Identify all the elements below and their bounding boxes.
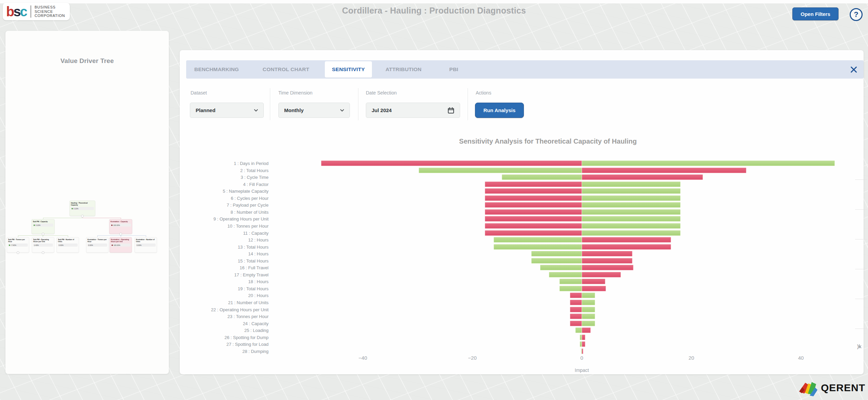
tree-node-leaf[interactable]: Kontraktor - Number of Units 0.00% xyxy=(135,237,157,253)
bar-negative[interactable] xyxy=(570,314,582,319)
tab-benchmarking[interactable]: BENCHMARKING xyxy=(194,66,239,72)
bar-negative[interactable] xyxy=(485,223,582,229)
bar-positive[interactable] xyxy=(582,265,633,270)
bar-positive[interactable] xyxy=(582,335,585,340)
bar-positive[interactable] xyxy=(582,272,621,277)
tab-pbi[interactable]: PBI xyxy=(449,66,458,72)
dataset-label: Dataset xyxy=(191,90,207,96)
dataset-select[interactable]: Planned xyxy=(190,103,264,118)
bar-positive[interactable] xyxy=(582,314,595,319)
bar-negative[interactable] xyxy=(570,307,582,312)
y-axis-label: 22 : Operating Hours per Unit xyxy=(180,307,269,313)
tree-node-leaf[interactable]: Sub PM - Tonnes per Hour -7.43% xyxy=(7,237,29,253)
page-title: Cordillera - Hauling : Production Diagno… xyxy=(0,6,868,16)
run-analysis-button[interactable]: Run Analysis xyxy=(475,103,524,118)
node-status-dot xyxy=(112,245,113,246)
bar-positive[interactable] xyxy=(582,300,595,305)
bar-negative[interactable] xyxy=(531,258,582,264)
bar-positive[interactable] xyxy=(582,174,703,180)
bar-negative[interactable] xyxy=(559,286,582,291)
bar-positive[interactable] xyxy=(582,188,680,194)
node-value-pill: 100.00% xyxy=(111,244,131,247)
bar-negative[interactable] xyxy=(540,265,582,270)
calendar-icon[interactable] xyxy=(448,107,454,114)
tree-node-child[interactable]: Kontraktor : Capacity 100.00% xyxy=(109,219,132,234)
bar-positive[interactable] xyxy=(582,209,680,215)
y-axis-label: 14 : Hours xyxy=(180,251,269,257)
bar-negative[interactable] xyxy=(485,195,582,201)
bar-positive[interactable] xyxy=(582,251,632,256)
y-axis-label: 10 : Tonnes per Hour xyxy=(180,224,269,229)
bar-negative[interactable] xyxy=(559,279,582,284)
tree-operator-badge xyxy=(42,233,44,235)
bar-negative[interactable] xyxy=(570,321,582,326)
y-axis-label: 18 : Hours xyxy=(180,279,269,285)
tabs: BENCHMARKINGCONTROL CHARTSENSITIVITYATTR… xyxy=(194,61,458,78)
bar-negative[interactable] xyxy=(494,244,582,250)
bar-negative[interactable] xyxy=(549,272,582,277)
close-icon[interactable] xyxy=(850,66,857,73)
bar-negative[interactable] xyxy=(575,328,582,333)
bar-negative[interactable] xyxy=(485,202,582,208)
bar-positive[interactable] xyxy=(582,182,680,187)
bar-negative[interactable] xyxy=(321,161,582,166)
bar-negative[interactable] xyxy=(570,300,582,305)
tree-operator-badge xyxy=(81,215,84,217)
tree-connector xyxy=(43,218,82,218)
bar-negative[interactable] xyxy=(485,209,582,215)
bar-positive[interactable] xyxy=(582,237,671,243)
value-driver-tree-diagram[interactable]: Hauling : Theoretical Capacity 0.10%Sub … xyxy=(5,31,169,374)
bar-negative[interactable] xyxy=(485,188,582,194)
node-value-pill: 0.00% xyxy=(58,244,78,247)
date-selection-input[interactable]: Jul 2024 xyxy=(366,103,460,118)
bar-positive[interactable] xyxy=(582,279,605,284)
bar-positive[interactable] xyxy=(582,286,606,291)
bar-positive[interactable] xyxy=(582,258,632,264)
x-axis-tick: 20 xyxy=(689,355,694,361)
tab-sensitivity[interactable]: SENSITIVITY xyxy=(325,61,372,78)
tab-control-chart[interactable]: CONTROL CHART xyxy=(263,66,310,72)
tree-node-child[interactable]: Sub PM : Capacity 0.10% xyxy=(32,219,55,234)
open-filters-button[interactable]: Open Filters xyxy=(792,7,839,20)
bar-negative[interactable] xyxy=(419,168,582,173)
bar-positive[interactable] xyxy=(582,244,671,250)
tab-attribution[interactable]: ATTRIBUTION xyxy=(386,66,421,72)
bar-negative[interactable] xyxy=(485,230,582,236)
chart-title: Sensitivity Analysis for Theoretical Cap… xyxy=(277,138,819,145)
bar-negative[interactable] xyxy=(531,251,582,256)
right-axis-artifact-label: )k xyxy=(857,343,862,349)
tree-node-leaf[interactable]: Kontraktor - Tonnes per Hour 0.00% xyxy=(86,237,108,253)
y-axis-label: 5 : Nameplate Capacity xyxy=(180,189,269,194)
bar-positive[interactable] xyxy=(582,293,595,298)
bar-positive[interactable] xyxy=(582,161,835,166)
bar-positive[interactable] xyxy=(582,202,680,208)
bar-positive[interactable] xyxy=(582,223,680,229)
time-dimension-select[interactable]: Monthly xyxy=(278,103,350,118)
tree-node-leaf[interactable]: Sub PM - Operating Hours per Unit 1.43% xyxy=(32,237,54,253)
filter-divider xyxy=(270,88,270,120)
bar-negative[interactable] xyxy=(485,216,582,222)
bar-positive[interactable] xyxy=(582,230,680,236)
date-selection-label: Date Selection xyxy=(366,90,397,96)
bar-positive[interactable] xyxy=(582,195,680,201)
bar-positive[interactable] xyxy=(582,328,591,333)
help-icon[interactable]: ? xyxy=(850,8,863,21)
bar-negative[interactable] xyxy=(485,182,582,187)
y-axis-label: 23 : Tonnes per Hour xyxy=(180,314,269,319)
tree-node-leaf[interactable]: Kontraktor - Operating Hours per Unit 10… xyxy=(110,237,132,253)
bar-negative[interactable] xyxy=(502,174,582,180)
tree-node-leaf[interactable]: Sub PM - Number of Units 0.00% xyxy=(57,237,79,253)
bar-positive[interactable] xyxy=(582,168,746,173)
bar-positive[interactable] xyxy=(582,341,585,347)
bar-positive[interactable] xyxy=(582,321,595,326)
node-value-pill: -7.43% xyxy=(8,244,28,247)
bar-positive[interactable] xyxy=(582,216,680,222)
y-axis-label: 25 : Loading xyxy=(180,328,269,333)
y-axis-label: 20 : Hours xyxy=(180,293,269,298)
y-axis-label: 6 : Cycles per Hour xyxy=(180,196,269,201)
tree-node-root[interactable]: Hauling : Theoretical Capacity 0.10% xyxy=(70,201,95,216)
bar-negative[interactable] xyxy=(570,293,582,298)
bar-positive[interactable] xyxy=(582,307,595,312)
bar-positive[interactable] xyxy=(582,349,583,354)
bar-negative[interactable] xyxy=(494,237,582,243)
